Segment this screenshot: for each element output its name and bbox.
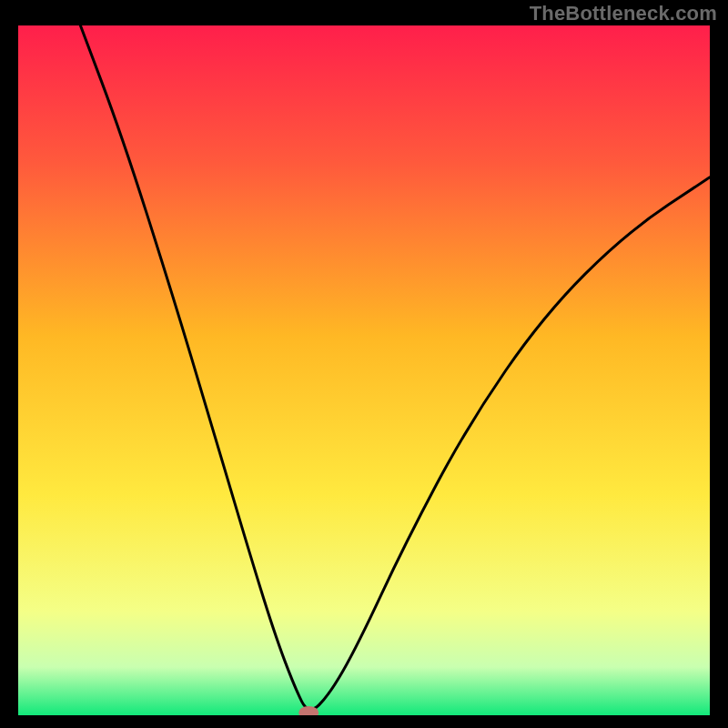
bottleneck-chart — [18, 25, 710, 715]
watermark-text: TheBottleneck.com — [530, 2, 717, 25]
chart-frame: TheBottleneck.com — [0, 0, 728, 728]
plot-background — [18, 25, 710, 715]
